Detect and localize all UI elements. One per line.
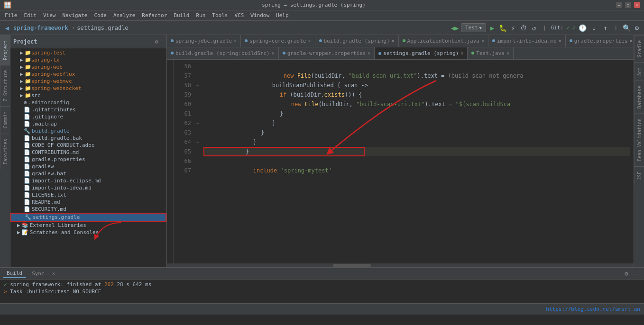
tab-close[interactable]: × (559, 38, 561, 44)
git-update-icon[interactable]: ↓ (589, 24, 598, 32)
tab-close[interactable]: × (460, 51, 463, 56)
tab-spring-jdbc-gradle[interactable]: spring-jdbc.gradle × (167, 35, 241, 47)
menu-run[interactable]: Run (193, 11, 208, 19)
tree-item-license[interactable]: 📄 LICENSE.txt (10, 191, 166, 199)
profile-icon[interactable]: ⏱ (519, 24, 528, 32)
project-label[interactable]: spring-framework (13, 25, 68, 31)
menu-build[interactable]: Build (171, 11, 192, 19)
menu-code[interactable]: Code (91, 11, 110, 19)
run-dropdown-icon[interactable]: ▼ (479, 26, 482, 30)
tree-item-src[interactable]: ▶ 📁 src (10, 92, 166, 99)
tree-item-import-eclipse[interactable]: 📄 import-into-eclipse.md (10, 177, 166, 184)
tree-item-build-gradle-bak[interactable]: 📄 build.gradle.bak (10, 135, 166, 142)
close-button[interactable]: ✕ (634, 2, 640, 8)
fold-marker[interactable] (195, 109, 201, 118)
tab-commit[interactable]: Commit (0, 106, 10, 133)
tab-project[interactable]: Project (0, 35, 10, 65)
tree-item-spring-test[interactable]: ▶ 📁 spring-test (10, 49, 166, 56)
tree-item-spring-webflux[interactable]: ▶ 📁 spring-webflux (10, 71, 166, 78)
tree-item-spring-websocket[interactable]: ▶ 📁 spring-websocket (10, 85, 166, 92)
bottom-tab-sync[interactable]: Sync (28, 270, 48, 278)
run-config-button[interactable]: Test ▼ (461, 23, 486, 32)
menu-help[interactable]: Help (273, 11, 292, 19)
horizontal-scrollbar[interactable] (167, 263, 634, 267)
tab-bean-validation[interactable]: Bean Validation (634, 113, 644, 166)
tab-build-gradle-buildsrc[interactable]: build.gradle (spring:buildSrc) × (167, 47, 279, 59)
bottom-settings-icon[interactable]: ⚙ (622, 270, 631, 278)
tree-item-security[interactable]: 📄 SECURITY.md (10, 206, 166, 213)
tab-import-into-idea[interactable]: import-into-idea.md × (488, 35, 566, 47)
menu-edit[interactable]: Edit (21, 11, 40, 19)
tree-item-spring-webmvc[interactable]: ▶ 📁 spring-webmvc (10, 78, 166, 85)
tab-close[interactable]: × (481, 38, 484, 44)
tab-close[interactable]: × (629, 38, 632, 44)
tab-database[interactable]: Database (634, 81, 644, 113)
bottom-minimize-icon[interactable]: — (633, 270, 641, 278)
tree-item-readme[interactable]: 📄 README.md (10, 199, 166, 206)
sidebar-collapse-icon[interactable]: — (160, 38, 164, 45)
sync-close[interactable]: × (52, 271, 55, 277)
back-icon[interactable]: ◀ (3, 24, 11, 32)
fold-marker[interactable] (195, 147, 201, 156)
tab-close[interactable]: × (272, 51, 275, 56)
tree-item-contributing[interactable]: 📄 CONTRIBUTING.md (10, 149, 166, 156)
tree-item-gradlew-bat[interactable]: 📄 gradlew.bat (10, 170, 166, 177)
menu-refactor[interactable]: Refactor (139, 11, 170, 19)
reload-icon[interactable]: ↺ (530, 24, 538, 32)
tab-test-java[interactable]: Test.java × (468, 47, 514, 59)
tree-item-external-libs[interactable]: ▶ 📚 External Libraries (10, 222, 166, 229)
tree-item-mailmap[interactable]: 📄 .mailmap (10, 120, 166, 127)
fold-marker[interactable]: – (195, 128, 201, 137)
git-check-icon[interactable]: ✓ (566, 25, 570, 31)
menu-view[interactable]: View (40, 11, 59, 19)
tab-settings-gradle-spring[interactable]: settings.gradle (spring) × (375, 47, 468, 59)
bottom-tab-build[interactable]: Build (3, 269, 26, 278)
tab-zstructure[interactable]: Z-Structure (0, 65, 10, 106)
code-editor[interactable]: 56 57 58 59 60 61 62 63 64 65 66 67 – (167, 60, 634, 263)
tree-item-gradlew[interactable]: 📄 gradlew (10, 163, 166, 170)
tab-gradle-properties[interactable]: gradle.properties × (566, 35, 634, 47)
tree-item-code-of-conduct[interactable]: 📄 CODE_OF_CONDUCT.adoc (10, 142, 166, 149)
menu-tools[interactable]: Tools (209, 11, 230, 19)
fold-marker[interactable] (195, 90, 201, 99)
menu-vcs[interactable]: VCS (231, 11, 247, 19)
fold-marker[interactable] (195, 62, 201, 71)
debug-icon[interactable]: 🐛 (498, 24, 507, 32)
settings-icon[interactable]: ⚙ (633, 24, 641, 32)
breadcrumb[interactable]: settings.gradle (77, 25, 128, 31)
tab-gradle[interactable]: Gradle (634, 35, 644, 62)
git-check2-icon[interactable]: ✓ (572, 25, 576, 31)
sidebar-toggle-icon[interactable]: ⚙ (155, 38, 158, 45)
tab-close[interactable]: × (506, 51, 509, 56)
tree-item-spring-tx[interactable]: ▶ 📁 spring-tx (10, 56, 166, 63)
tab-close[interactable]: × (392, 38, 395, 44)
menu-file[interactable]: File (2, 11, 20, 19)
code-content[interactable]: new File(buildDir, "build-scan-uri.txt")… (201, 60, 634, 263)
tab-build-gradle-spring[interactable]: build.gradle (spring) × (315, 35, 399, 47)
tab-jsf[interactable]: JSF (634, 166, 644, 185)
tab-close[interactable]: × (368, 51, 370, 56)
url-link[interactable]: https://blog.csdn.net/smart_an (546, 306, 640, 312)
tree-item-editorconfig[interactable]: ⚙ .editorconfig (10, 99, 166, 106)
tree-item-build-gradle[interactable]: 🔧 build.gradle (10, 127, 166, 135)
coverage-icon[interactable]: ⚡ (509, 24, 517, 32)
tree-item-scratches[interactable]: ▶ 📝 Scratches and Consoles (10, 229, 166, 236)
tab-close[interactable]: × (234, 38, 237, 44)
fold-marker[interactable]: – (195, 118, 201, 128)
fold-marker[interactable]: – (195, 137, 201, 147)
tree-item-gitattributes[interactable]: 📄 .gitattributes (10, 106, 166, 113)
tab-favorites[interactable]: Favorites (0, 134, 10, 169)
git-push-icon[interactable]: ↑ (601, 24, 609, 32)
search-icon[interactable]: 🔍 (622, 24, 631, 32)
menu-analyze[interactable]: Analyze (110, 11, 138, 19)
tree-item-gradle-properties[interactable]: 📄 gradle.properties (10, 156, 166, 163)
run-back-icon[interactable]: ◀▶ (451, 24, 459, 32)
menu-window[interactable]: Window (248, 11, 272, 19)
tab-spring-core-gradle[interactable]: spring-core.gradle × (241, 35, 315, 47)
tab-application-context[interactable]: ApplicationContext.java × (399, 35, 488, 47)
run-icon[interactable]: ▶ (488, 24, 497, 32)
tree-item-spring-web[interactable]: ▶ 📁 spring-web (10, 63, 166, 71)
maximize-button[interactable]: ❐ (625, 2, 631, 8)
git-history-icon[interactable]: 🕐 (578, 24, 587, 32)
fold-marker[interactable]: – (195, 81, 201, 90)
